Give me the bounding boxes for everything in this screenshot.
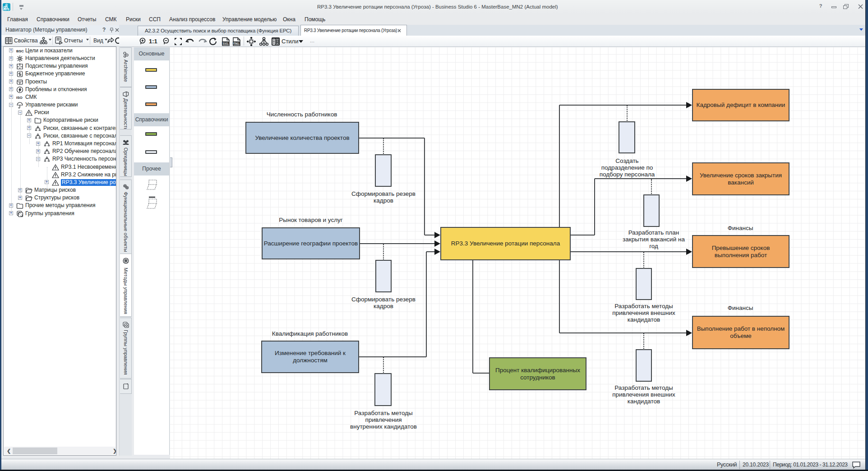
svg-text:SVG: SVG xyxy=(222,42,228,45)
svg-text:PNG: PNG xyxy=(233,42,239,45)
